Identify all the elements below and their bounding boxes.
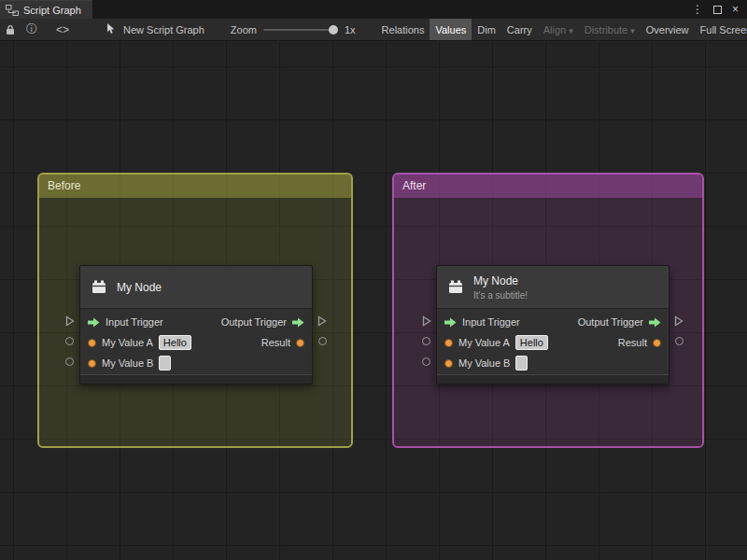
kebab-menu-icon[interactable]: ⋮ xyxy=(692,3,703,16)
input-trigger-label: Input Trigger xyxy=(462,316,520,328)
full-screen-button[interactable]: Full Screen xyxy=(695,19,747,40)
window-controls: ⋮ × xyxy=(684,0,747,19)
value-output-port[interactable] xyxy=(675,337,684,345)
value-a-row: My Value A Hello Result xyxy=(437,332,669,353)
value-output-port[interactable] xyxy=(318,337,327,345)
node-header[interactable]: My Node xyxy=(80,266,312,309)
value-a-field[interactable]: Hello xyxy=(159,335,191,350)
node-footer xyxy=(437,374,669,384)
zoom-value: 1x xyxy=(345,24,356,35)
distribute-dropdown-button[interactable]: Distribute ▾ xyxy=(579,19,641,40)
value-a-port[interactable]: My Value A Hello xyxy=(88,335,191,350)
value-b-field[interactable] xyxy=(515,356,528,371)
group-before-header[interactable]: Before xyxy=(39,175,351,198)
zoom-label: Zoom xyxy=(231,24,257,35)
input-trigger[interactable]: Input Trigger xyxy=(88,316,163,328)
chevron-down-icon: ▾ xyxy=(569,26,573,35)
lock-icon[interactable] xyxy=(0,24,21,35)
result-label: Result xyxy=(261,337,290,348)
node-rows: Input Trigger Output Trigger My Value A … xyxy=(80,309,312,374)
chevron-down-icon: ▾ xyxy=(630,26,635,35)
toolbar-buttons: Relations Values Dim Carry Align ▾ Distr… xyxy=(376,19,747,40)
align-label: Align xyxy=(543,24,566,35)
trigger-arrow-icon xyxy=(649,317,661,328)
value-port-icon xyxy=(653,339,661,347)
flow-input-port[interactable] xyxy=(422,315,431,327)
align-dropdown-button[interactable]: Align ▾ xyxy=(538,19,579,40)
value-b-port[interactable]: My Value B xyxy=(444,356,528,371)
output-trigger[interactable]: Output Trigger xyxy=(578,316,661,328)
value-b-row: My Value B xyxy=(437,353,669,373)
graph-canvas[interactable]: Before After My Node xyxy=(0,42,747,560)
node-my-node-before[interactable]: My Node Input Trigger Output Trigger xyxy=(79,265,313,385)
value-port-icon xyxy=(444,359,453,368)
cursor-icon xyxy=(106,23,117,36)
maximize-icon[interactable] xyxy=(713,6,722,14)
output-trigger[interactable]: Output Trigger xyxy=(221,316,304,328)
graph-name-group: New Script Graph xyxy=(106,23,204,36)
values-button[interactable]: Values xyxy=(430,19,472,40)
value-port-icon xyxy=(88,359,96,368)
flow-output-port[interactable] xyxy=(317,315,327,327)
group-after-title: After xyxy=(402,179,426,192)
trigger-arrow-icon xyxy=(292,317,304,328)
group-before-title: Before xyxy=(48,179,80,192)
value-a-port[interactable]: My Value A Hello xyxy=(444,335,548,350)
zoom-slider-handle[interactable] xyxy=(329,25,338,35)
output-trigger-label: Output Trigger xyxy=(221,316,287,328)
value-b-row: My Value B xyxy=(80,353,312,373)
relations-button[interactable]: Relations xyxy=(376,19,430,40)
trigger-row: Input Trigger Output Trigger xyxy=(437,312,669,332)
value-port-icon xyxy=(88,339,96,347)
flow-output-port[interactable] xyxy=(674,315,684,327)
input-trigger-label: Input Trigger xyxy=(106,316,163,328)
value-input-port-a[interactable] xyxy=(65,337,74,345)
dim-button[interactable]: Dim xyxy=(472,19,501,40)
info-icon[interactable]: ⓘ xyxy=(21,21,43,37)
code-icon[interactable]: <> xyxy=(50,23,75,36)
node-title: My Node xyxy=(473,274,528,287)
zoom-slider[interactable] xyxy=(263,29,338,31)
unit-icon xyxy=(446,278,465,297)
tab-title: Script Graph xyxy=(23,5,81,16)
value-port-icon xyxy=(444,339,453,347)
value-a-field[interactable]: Hello xyxy=(515,335,548,350)
tab-script-graph[interactable]: Script Graph xyxy=(0,0,92,19)
trigger-arrow-icon xyxy=(88,317,100,328)
value-b-label: My Value B xyxy=(458,357,510,369)
node-footer xyxy=(80,374,312,384)
close-icon[interactable]: × xyxy=(732,3,739,16)
trigger-row: Input Trigger Output Trigger xyxy=(80,312,312,332)
value-port-icon xyxy=(296,339,304,347)
node-title: My Node xyxy=(117,281,162,294)
value-input-port-b[interactable] xyxy=(422,357,430,366)
result-label: Result xyxy=(618,337,647,348)
value-a-row: My Value A Hello Result xyxy=(80,332,312,353)
script-graph-icon xyxy=(6,5,19,16)
node-rows: Input Trigger Output Trigger My Value A … xyxy=(437,309,669,374)
graph-name-label[interactable]: New Script Graph xyxy=(123,24,204,35)
value-input-port-a[interactable] xyxy=(422,337,430,345)
trigger-arrow-icon xyxy=(444,317,457,328)
node-my-node-after[interactable]: My Node It's a subtitle! Input Trigger O… xyxy=(436,265,669,385)
distribute-label: Distribute xyxy=(585,24,627,35)
input-trigger[interactable]: Input Trigger xyxy=(444,316,520,328)
value-a-label: My Value A xyxy=(458,337,510,348)
window-tab-bar: Script Graph ⋮ × xyxy=(0,0,747,19)
zoom-control: Zoom 1x xyxy=(231,24,356,35)
unit-icon xyxy=(90,278,108,297)
value-b-label: My Value B xyxy=(102,357,153,369)
node-subtitle: It's a subtitle! xyxy=(473,290,528,301)
result-port[interactable]: Result xyxy=(618,337,661,348)
value-b-field[interactable] xyxy=(159,356,171,371)
carry-button[interactable]: Carry xyxy=(501,19,538,40)
group-after-header[interactable]: After xyxy=(394,175,702,198)
flow-input-port[interactable] xyxy=(65,315,75,327)
graph-toolbar: ⓘ <> New Script Graph Zoom 1x Relations … xyxy=(0,19,747,41)
node-header[interactable]: My Node It's a subtitle! xyxy=(437,266,669,309)
tab-bar-spacer xyxy=(92,0,684,19)
value-input-port-b[interactable] xyxy=(65,357,74,366)
result-port[interactable]: Result xyxy=(261,337,304,348)
overview-button[interactable]: Overview xyxy=(641,19,695,40)
value-b-port[interactable]: My Value B xyxy=(88,356,171,371)
